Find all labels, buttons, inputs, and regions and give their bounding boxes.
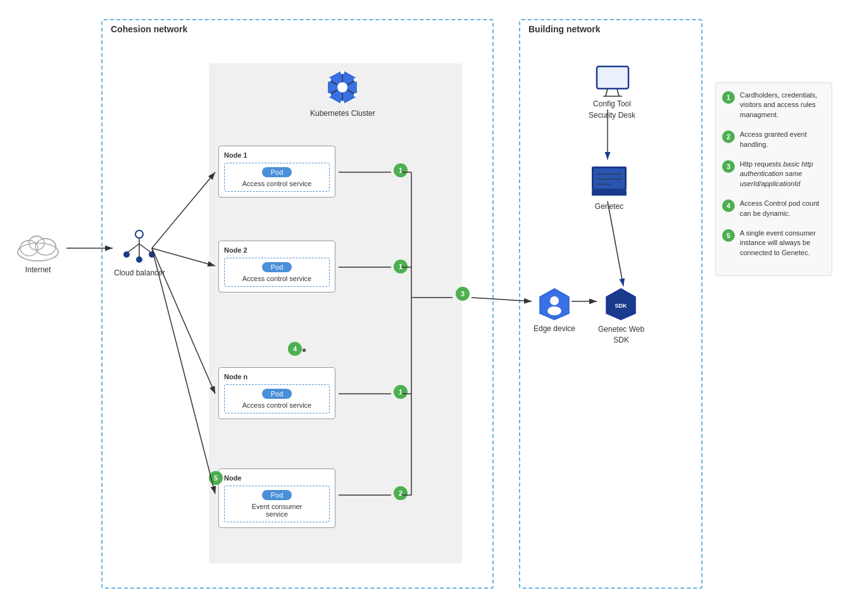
svg-line-36 [606, 89, 608, 96]
cohesion-label: Cohesion network [111, 24, 187, 34]
node1-pod-label: Pod [262, 167, 292, 177]
cloud-icon [13, 228, 63, 263]
edge-device-icon [535, 287, 573, 322]
badge-5-nodeevent: 5 [209, 471, 223, 485]
badge-1-noden: 1 [394, 385, 408, 399]
legend-item-2: 2 Access granted event handling. [722, 130, 825, 149]
nodeevent-service-label: Event consumerservice [228, 503, 325, 518]
node2-title: Node 2 [224, 246, 330, 254]
node2-pod-label: Pod [262, 262, 292, 272]
svg-point-28 [340, 70, 344, 74]
badge-2-nodeevent: 2 [394, 486, 408, 500]
edge-device-label: Edge device [534, 324, 575, 333]
svg-line-14 [139, 244, 152, 253]
svg-line-37 [617, 89, 619, 96]
noden-service-label: Access control service [228, 401, 325, 409]
balancer-label: Cloud balancer [114, 268, 165, 277]
svg-point-19 [136, 256, 142, 263]
nodeevent-pod-label: Pod [262, 490, 292, 500]
svg-rect-41 [592, 191, 627, 196]
config-area: Config Tool Security Desk [589, 63, 635, 121]
svg-point-33 [354, 93, 358, 97]
noden-pod-label: Pod [262, 389, 292, 399]
svg-point-21 [337, 82, 347, 92]
svg-point-18 [149, 251, 155, 258]
legend-text-4: Access Control pod count can be dynamic. [740, 199, 825, 218]
svg-text:SDK: SDK [615, 303, 628, 309]
badge-4-dots: 4 [288, 342, 302, 356]
legend-badge-3: 3 [722, 160, 735, 173]
nodeevent-title: Node [224, 474, 330, 482]
legend-badge-4: 4 [722, 199, 735, 212]
legend-text-2: Access granted event handling. [740, 130, 825, 149]
noden-pod-box: Pod Access control service [224, 384, 330, 413]
diagram-container: Cohesion network Building network Intern… [0, 0, 843, 616]
k8s-label: Kubernetes Cluster [310, 109, 375, 118]
k8s-icon-area: Kubernetes Cluster [310, 68, 375, 118]
svg-rect-40 [594, 168, 625, 189]
node2-service-label: Access control service [228, 275, 325, 282]
svg-rect-35 [597, 66, 628, 89]
svg-point-16 [136, 231, 142, 237]
sdk-area: SDK Genetec Web SDK [598, 287, 644, 346]
internet-area: Internet [13, 228, 63, 274]
legend-item-5: 5 A single event consumer instance will … [722, 229, 825, 258]
svg-point-31 [354, 78, 358, 82]
sdk-icon: SDK [604, 287, 639, 322]
node2-pod-box: Pod Access control service [224, 258, 330, 287]
legend-item-4: 4 Access Control pod count can be dynami… [722, 199, 825, 218]
genetec-area: Genetec [589, 161, 630, 211]
svg-point-47 [547, 306, 561, 315]
internet-label: Internet [13, 265, 63, 274]
noden-box: Node n Pod Access control service [218, 367, 335, 419]
legend-badge-1: 1 [722, 91, 735, 104]
nodeevent-pod-box: Pod Event consumerservice [224, 486, 330, 522]
node2-box: Node 2 Pod Access control service [218, 241, 335, 292]
badge-3-main: 3 [456, 287, 470, 301]
genetec-icon [589, 161, 630, 199]
monitor-icon [592, 63, 633, 98]
nodeevent-box: Node Pod Event consumerservice [218, 468, 335, 528]
svg-point-46 [550, 296, 559, 305]
building-label: Building network [528, 24, 601, 34]
svg-line-13 [127, 244, 139, 253]
node1-box: Node 1 Pod Access control service [218, 146, 335, 198]
svg-point-30 [327, 78, 331, 82]
balancer-icon [120, 228, 158, 266]
badge-1-node1: 1 [394, 163, 408, 177]
sdk-label: Genetec Web SDK [598, 324, 644, 346]
svg-point-29 [340, 101, 344, 104]
legend-text-5: A single event consumer instance will al… [740, 229, 825, 258]
legend-badge-2: 2 [722, 130, 735, 143]
genetec-label: Genetec [589, 202, 630, 211]
legend-item-1: 1 Cardholders, credentials, visitors and… [722, 91, 825, 120]
noden-title: Node n [224, 373, 330, 380]
badge-1-node2: 1 [394, 260, 408, 273]
legend-text-1: Cardholders, credentials, visitors and a… [740, 91, 825, 120]
legend-area: 1 Cardholders, credentials, visitors and… [715, 82, 832, 276]
svg-point-32 [327, 93, 331, 97]
legend-badge-5: 5 [722, 229, 735, 242]
legend-text-3: Http requests basic http authentication … [740, 160, 825, 189]
node1-service-label: Access control service [228, 180, 325, 187]
k8s-icon [323, 68, 361, 106]
svg-point-17 [123, 251, 130, 258]
edge-device-area: Edge device [534, 287, 575, 333]
node1-pod-box: Pod Access control service [224, 163, 330, 192]
config-label: Config Tool Security Desk [589, 98, 635, 121]
legend-item-3: 3 Http requests basic http authenticatio… [722, 160, 825, 189]
node1-title: Node 1 [224, 151, 330, 159]
cloud-balancer-area: Cloud balancer [114, 228, 165, 277]
